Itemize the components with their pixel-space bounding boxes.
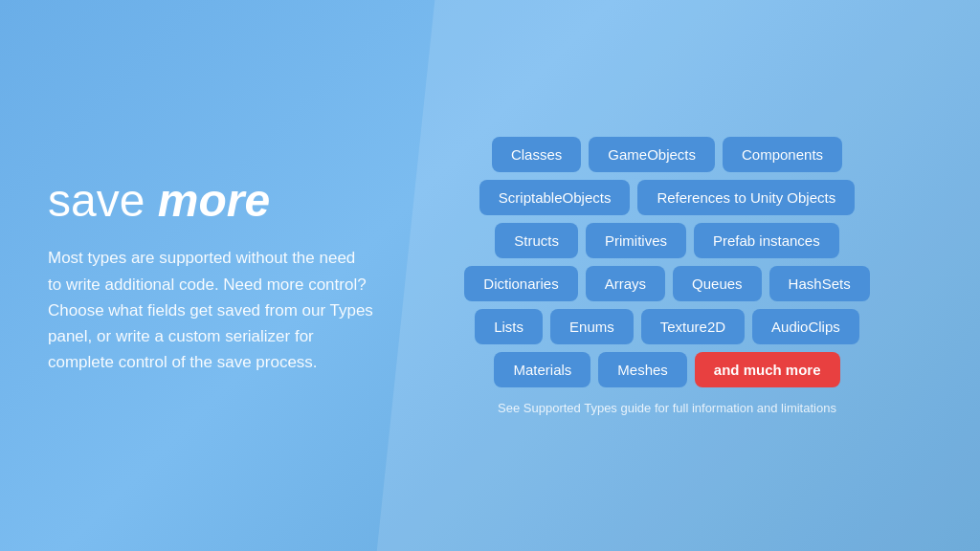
tag-audioclips: AudioClips: [752, 309, 859, 344]
tags-row-5: Lists Enums Texture2D AudioClips: [413, 309, 921, 344]
tag-classes: Classes: [492, 137, 581, 172]
tags-row-1: Classes GameObjects Components: [413, 137, 921, 172]
tag-gameobjects: GameObjects: [589, 137, 715, 172]
tag-primitives: Primitives: [586, 223, 686, 258]
tags-row-6: Materials Meshes and much more: [413, 352, 921, 387]
tag-structs: Structs: [495, 223, 578, 258]
tag-materials: Materials: [494, 352, 590, 387]
left-panel: save more Most types are supported witho…: [48, 176, 402, 376]
main-content: save more Most types are supported witho…: [0, 0, 980, 551]
tag-lists: Lists: [475, 309, 543, 344]
title-normal: save: [48, 175, 158, 226]
tag-enums: Enums: [550, 309, 634, 344]
description-text: Most types are supported without the nee…: [48, 245, 373, 375]
right-panel: Classes GameObjects Components Scriptabl…: [402, 137, 932, 415]
tag-components: Components: [723, 137, 842, 172]
tag-queues: Queues: [673, 266, 762, 301]
tag-hashsets: HashSets: [769, 266, 870, 301]
tags-row-4: Dictionaries Arrays Queues HashSets: [413, 266, 921, 301]
tags-grid: Classes GameObjects Components Scriptabl…: [413, 137, 921, 387]
title-italic: more: [158, 175, 270, 226]
tag-meshes: Meshes: [598, 352, 687, 387]
tag-prefab-instances: Prefab instances: [694, 223, 839, 258]
tag-and-much-more: and much more: [695, 352, 840, 387]
tags-row-3: Structs Primitives Prefab instances: [413, 223, 921, 258]
tag-references-unity-objects: References to Unity Objects: [637, 180, 855, 215]
tags-row-2: ScriptableObjects References to Unity Ob…: [413, 180, 921, 215]
main-title: save more: [48, 176, 373, 227]
tag-dictionaries: Dictionaries: [464, 266, 577, 301]
tag-texture2d: Texture2D: [641, 309, 745, 344]
tag-scriptableobjects: ScriptableObjects: [479, 180, 631, 215]
tag-arrays: Arrays: [586, 266, 665, 301]
footnote-text: See Supported Types guide for full infor…: [498, 401, 836, 415]
